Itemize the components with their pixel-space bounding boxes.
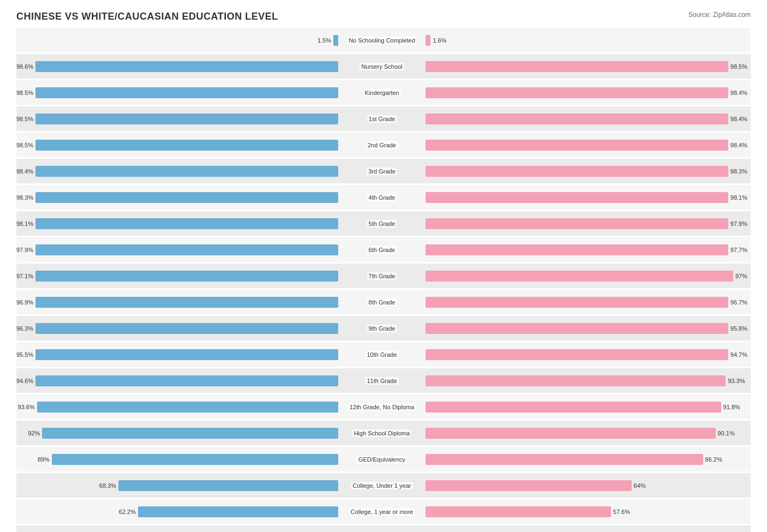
chinese-value: 98.6%: [16, 63, 33, 70]
left-side: 97.1%: [16, 271, 338, 282]
right-side: 98.4%: [426, 87, 747, 98]
white-value: 57.6%: [613, 509, 630, 515]
white-value: 90.1%: [718, 430, 735, 437]
bar-row: 92% High School Diploma 90.1%: [16, 421, 751, 445]
right-side: 97.9%: [426, 218, 747, 229]
white-value: 97%: [735, 273, 747, 279]
white-value: 98.4%: [730, 116, 747, 122]
white-value: 95.8%: [730, 325, 747, 332]
center-label-cell: College, Under 1 year: [338, 482, 426, 489]
bar-chinese: [35, 192, 338, 203]
chinese-value: 97.1%: [16, 273, 33, 279]
right-side: 64%: [426, 480, 747, 491]
bar-white: [426, 244, 728, 255]
chinese-value: 62.2%: [119, 509, 136, 515]
bar-chinese: [52, 454, 338, 465]
bar-white: [426, 375, 726, 386]
source-text: Source: ZipAtlas.com: [688, 11, 751, 19]
bar-row: 48.5% Associate's Degree 44.2%: [16, 525, 751, 532]
center-label-cell: GED/Equivalency: [338, 456, 426, 463]
chinese-value: 93.6%: [18, 404, 35, 410]
right-side: 91.8%: [426, 402, 747, 413]
bar-white: [426, 506, 611, 517]
chart-inner: 1.5% No Schooling Completed 1.6% 98.6% N…: [16, 28, 751, 532]
center-label-cell: 9th Grade: [338, 325, 426, 332]
white-value: 64%: [634, 482, 646, 489]
chinese-value: 1.5%: [317, 37, 331, 44]
bar-row: 98.3% 4th Grade 98.1%: [16, 185, 751, 210]
chart-title: CHINESE VS WHITE/CAUCASIAN EDUCATION LEV…: [16, 11, 751, 22]
left-side: 68.3%: [16, 480, 338, 491]
right-side: 57.6%: [426, 506, 747, 517]
bar-row: 98.6% Nursery School 98.5%: [16, 54, 751, 79]
bar-row: 98.5% Kindergarten 98.4%: [16, 80, 751, 105]
white-value: 96.7%: [730, 299, 747, 306]
white-value: 97.9%: [730, 220, 747, 227]
bar-white: [426, 271, 733, 282]
chinese-value: 98.4%: [16, 168, 33, 175]
row-label: High School Diploma: [352, 429, 412, 437]
white-value: 86.2%: [705, 456, 722, 463]
right-side: 95.8%: [426, 323, 747, 334]
white-value: 94.7%: [730, 351, 747, 358]
center-label-cell: High School Diploma: [338, 429, 426, 437]
left-side: 92%: [16, 428, 338, 439]
bar-white: [426, 166, 728, 177]
chinese-value: 98.5%: [16, 89, 33, 96]
right-side: 86.2%: [426, 454, 747, 465]
bar-row: 68.3% College, Under 1 year 64%: [16, 473, 751, 498]
bar-row: 98.5% 2nd Grade 98.4%: [16, 133, 751, 157]
chinese-value: 95.5%: [16, 351, 33, 358]
center-label-cell: No Schooling Completed: [338, 37, 426, 44]
bar-row: 97.1% 7th Grade 97%: [16, 264, 751, 288]
bar-chinese: [35, 297, 338, 308]
left-side: 95.5%: [16, 349, 338, 360]
bar-white: [426, 218, 728, 229]
bar-row: 96.3% 9th Grade 95.8%: [16, 316, 751, 340]
bar-white: [426, 87, 728, 98]
white-value: 98.1%: [730, 194, 747, 201]
row-label: 1st Grade: [367, 115, 397, 123]
chinese-value: 89%: [38, 456, 50, 463]
row-label: 6th Grade: [367, 246, 397, 254]
white-value: 98.5%: [730, 63, 747, 70]
row-label: Kindergarten: [363, 89, 401, 97]
bar-chinese: [35, 140, 338, 151]
right-side: 98.5%: [426, 61, 747, 72]
center-label-cell: 11th Grade: [338, 377, 426, 385]
right-side: 96.7%: [426, 297, 747, 308]
bar-chinese: [35, 87, 338, 98]
row-label: Nursery School: [359, 63, 404, 70]
center-label-cell: 2nd Grade: [338, 141, 426, 149]
bar-white: [426, 61, 728, 72]
center-label-cell: 4th Grade: [338, 194, 426, 201]
right-side: 90.1%: [426, 428, 747, 439]
bar-chinese: [35, 323, 338, 334]
bar-row: 97.9% 6th Grade 97.7%: [16, 237, 751, 262]
right-side: 98.3%: [426, 166, 747, 177]
bar-chinese: [118, 480, 338, 491]
center-label-cell: 6th Grade: [338, 246, 426, 254]
left-side: 94.6%: [16, 375, 338, 386]
left-side: 96.9%: [16, 297, 338, 308]
row-label: 10th Grade: [365, 351, 398, 358]
bar-white: [426, 192, 728, 203]
right-side: 94.7%: [426, 349, 747, 360]
left-side: 98.6%: [16, 61, 338, 72]
left-side: 98.5%: [16, 113, 338, 124]
bar-chinese: [35, 113, 338, 124]
bar-chinese: [35, 244, 338, 255]
left-side: 89%: [16, 454, 338, 465]
bar-row: 98.4% 3rd Grade 98.3%: [16, 159, 751, 183]
bar-row: 94.6% 11th Grade 93.3%: [16, 368, 751, 393]
row-label: 5th Grade: [367, 220, 397, 228]
bar-white: [426, 323, 728, 334]
bar-chinese: [35, 349, 338, 360]
white-value: 97.7%: [730, 247, 747, 253]
bar-row: 95.5% 10th Grade 94.7%: [16, 342, 751, 367]
chinese-value: 68.3%: [99, 482, 116, 489]
left-side: 98.1%: [16, 218, 338, 229]
center-label-cell: College, 1 year or more: [338, 508, 426, 516]
bar-white: [426, 140, 728, 151]
bar-row: 93.6% 12th Grade, No Diploma 91.8%: [16, 394, 751, 419]
